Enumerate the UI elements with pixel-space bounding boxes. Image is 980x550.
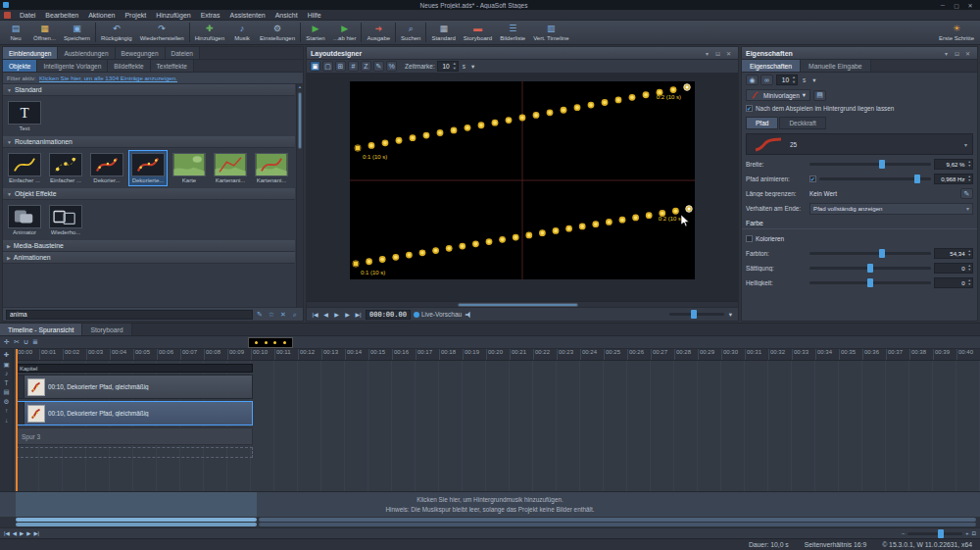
zoom-percent-icon[interactable]: %: [386, 61, 397, 72]
fit-view-icon[interactable]: ⊡: [971, 530, 976, 536]
float-window-icon[interactable]: ⊡: [712, 50, 723, 57]
spinner-arrows-icon[interactable]: ▲▼: [967, 265, 972, 273]
live-preview-toggle[interactable]: Live-Vorschau: [414, 311, 462, 318]
favorite-icon[interactable]: ☆: [267, 311, 276, 319]
library-item-dekorier[interactable]: Dekorier...: [87, 150, 126, 186]
toolbar-button-hinzuf-gen[interactable]: ✚Hinzufügen: [191, 21, 228, 44]
library-item-text[interactable]: TText: [5, 98, 44, 134]
toolbar-button-ffnen[interactable]: ▦Öffnen...: [29, 21, 60, 44]
subtab-pfad[interactable]: Pfad: [746, 117, 778, 129]
section-header-objekt-effekte[interactable]: ▼Objekt Effekte: [3, 188, 295, 200]
skip-end-icon[interactable]: ▶|: [33, 530, 39, 536]
pan-tool-icon[interactable]: ✛: [4, 338, 10, 346]
tab-einblendungen[interactable]: Einblendungen: [3, 47, 58, 59]
toolbar-button-ausgabe[interactable]: ➜Ausgabe: [363, 21, 394, 44]
filter-reset-link[interactable]: Klicken Sie hier, um alle 1304 Einträge …: [39, 75, 177, 81]
slider-s-ttigung[interactable]: [809, 267, 931, 270]
maximize-button[interactable]: ▢: [950, 2, 963, 9]
menu-hinzufuegen[interactable]: Hinzufügen: [151, 12, 195, 19]
library-item-karte[interactable]: Karte: [170, 150, 209, 186]
close-icon[interactable]: ✕: [723, 50, 734, 57]
search-icon[interactable]: ⌕: [290, 311, 300, 319]
move-up-icon[interactable]: ↑: [5, 408, 8, 415]
slider-handle[interactable]: [914, 175, 920, 183]
spinner-arrows-icon[interactable]: ▲▼: [791, 75, 797, 84]
clip-grip[interactable]: [17, 375, 24, 398]
folder-icon[interactable]: ▤: [3, 389, 9, 396]
frame-back-icon[interactable]: ◀: [321, 311, 330, 318]
toolbar-button-bilderliste[interactable]: ☰Bilderliste: [496, 21, 529, 44]
tab-eigenschaften[interactable]: Eigenschaften: [742, 60, 801, 72]
subtab-deckkraft[interactable]: Deckkraft: [779, 117, 825, 129]
toolbar-button-wiederherstellen[interactable]: ↷Wiederherstellen: [136, 21, 188, 44]
library-item-wiederho[interactable]: Wiederho...: [46, 202, 85, 238]
zoom-range-bar[interactable]: [16, 518, 257, 522]
slider-farbton[interactable]: [809, 252, 931, 255]
background-checkbox-row[interactable]: ✔ Nach dem Abspielen im Hintergrund lieg…: [742, 103, 977, 114]
toolbar-button-r-ckg-ngig[interactable]: ↶Rückgängig: [97, 21, 136, 44]
snap-icon[interactable]: #: [348, 61, 359, 72]
clear-icon[interactable]: ✕: [278, 311, 288, 319]
play-icon[interactable]: ▶: [332, 311, 341, 318]
library-item-dekorierte[interactable]: Dekorierte...: [128, 150, 168, 186]
skip-start-icon[interactable]: |◀: [311, 311, 319, 318]
menu-extras[interactable]: Extras: [196, 12, 225, 19]
checkbox-pfad-animieren[interactable]: ✔: [809, 175, 816, 182]
edit-icon[interactable]: ✎: [255, 311, 265, 319]
speaker-icon[interactable]: [465, 311, 472, 319]
library-scrollbar[interactable]: ▲: [296, 84, 303, 307]
edit-path-icon[interactable]: ✎: [373, 61, 384, 72]
scrollbar-thumb[interactable]: [298, 92, 302, 149]
frame-forward-icon[interactable]: ▶: [343, 311, 352, 318]
menu-aktionen[interactable]: Aktionen: [83, 12, 120, 19]
zoom-in-icon[interactable]: +: [965, 530, 968, 536]
play-icon[interactable]: ▶: [20, 530, 24, 536]
edit-icon[interactable]: ✎: [960, 188, 973, 199]
scroll-up-icon[interactable]: ▲: [297, 84, 303, 90]
timeline-ruler[interactable]: 00:0000:0100:0200:0300:0400:0500:0600:07…: [16, 349, 980, 361]
tab-manuelle-eingabe[interactable]: Manuelle Eingabe: [801, 60, 870, 72]
loop-icon[interactable]: ∞: [760, 75, 773, 85]
toolbar-button-storyboard[interactable]: ▬Storyboard: [460, 21, 496, 44]
section-header-standard[interactable]: ▼Standard: [3, 84, 295, 96]
playhead[interactable]: [16, 349, 18, 491]
tab-bewegungen[interactable]: Bewegungen: [116, 47, 166, 59]
library-item-kartenani[interactable]: Kartenani...: [252, 150, 291, 186]
chapter-track[interactable]: Kapitel: [16, 364, 253, 373]
slider-handle[interactable]: [867, 278, 873, 287]
template-options-icon[interactable]: ▤: [813, 90, 826, 101]
magnet-icon[interactable]: ∪: [24, 338, 28, 346]
settings-icon[interactable]: ⚙: [4, 399, 10, 406]
skip-end-icon[interactable]: ▶|: [354, 311, 363, 318]
timeline-clip-2[interactable]: 00:10, Dekorierter Pfad, gleichmäßig: [16, 401, 253, 425]
chevron-down-icon[interactable]: ▾: [702, 50, 712, 57]
chevron-down-icon[interactable]: ▾: [812, 76, 815, 84]
toolbar-button-einstellungen[interactable]: ⚙Einstellungen: [256, 21, 299, 44]
menu-hilfe[interactable]: Hilfe: [303, 12, 326, 19]
menu-assistenten[interactable]: Assistenten: [225, 12, 270, 19]
checkbox-kolorieren[interactable]: [746, 235, 753, 242]
tab-texteffekte[interactable]: Texteffekte: [151, 60, 194, 72]
tab-ausblendungen[interactable]: Ausblendungen: [58, 47, 115, 59]
slider-handle[interactable]: [691, 310, 697, 319]
spinner-arrows-icon[interactable]: ▲▼: [967, 250, 972, 258]
tab-timeline-spuransicht[interactable]: Timeline - Spuransicht: [0, 324, 82, 335]
hscrollbar-thumb[interactable]: [16, 523, 257, 526]
image-track-icon[interactable]: ▣: [3, 362, 9, 369]
menu-projekt[interactable]: Projekt: [120, 12, 151, 19]
zoom-tool-icon[interactable]: Z: [361, 61, 371, 72]
float-window-icon[interactable]: ⊡: [952, 50, 962, 57]
spinner-arrows-icon[interactable]: ▲▼: [452, 62, 458, 71]
select-tool-icon[interactable]: ▣: [310, 61, 320, 72]
value-pfad-animieren[interactable]: 0,968 Hz▲▼: [934, 174, 973, 184]
hscrollbar-track[interactable]: [259, 523, 976, 526]
tab-bildeffekte[interactable]: Bildeffekte: [108, 60, 150, 72]
tab-storyboard[interactable]: Storyboard: [82, 324, 131, 335]
toolbar-button-erste-schritte[interactable]: ☀ Erste Schritte: [935, 21, 978, 44]
slider-helligkeit[interactable]: [809, 281, 931, 284]
value-breite[interactable]: 9,62 %▲▼: [934, 159, 973, 170]
toolbar-button-neu[interactable]: ▤Neu: [2, 21, 29, 44]
duration-spinner[interactable]: 10 ▲▼: [776, 75, 798, 85]
add-track-icon[interactable]: ✚: [4, 352, 9, 359]
timeline-zoom-slider[interactable]: [907, 532, 962, 535]
